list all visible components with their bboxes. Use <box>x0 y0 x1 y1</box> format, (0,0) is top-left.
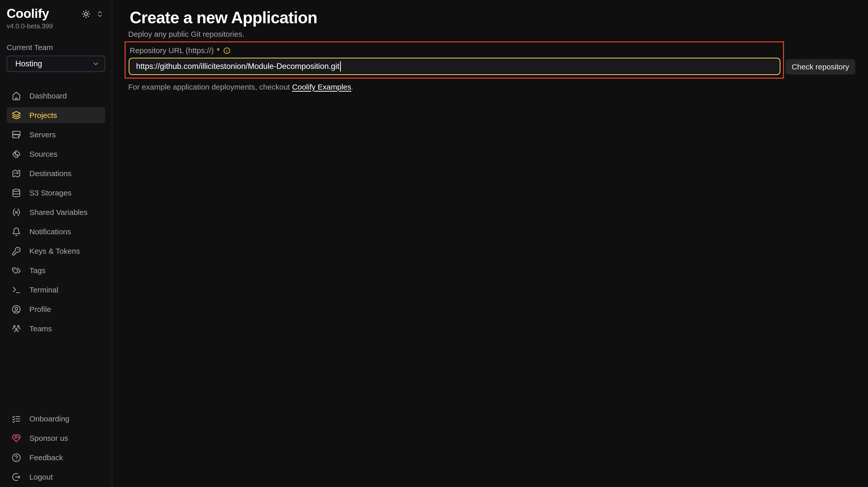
checklist-icon <box>12 414 21 423</box>
sidebar-item-tags[interactable]: Tags <box>7 262 105 279</box>
sidebar-item-servers[interactable]: Servers <box>7 127 105 143</box>
repository-url-label-row: Repository URL (https://) * <box>129 46 780 55</box>
sidebar-item-destinations[interactable]: Destinations <box>7 165 105 182</box>
sidebar-footer-nav: Onboarding Sponsor us Feedback Logout <box>7 411 105 485</box>
sidebar-item-s3-storages[interactable]: S3 Storages <box>7 185 105 201</box>
helper-suffix: . <box>351 83 353 91</box>
sidebar-item-sponsor-us[interactable]: Sponsor us <box>7 430 105 446</box>
sidebar-item-feedback[interactable]: Feedback <box>7 450 105 465</box>
team-select[interactable]: Hosting <box>7 56 105 72</box>
sidebar-item-label: Sponsor us <box>29 434 68 443</box>
key-icon <box>12 247 21 256</box>
bell-icon <box>12 227 21 236</box>
team-select-value: Hosting <box>15 59 42 68</box>
sidebar-item-label: S3 Storages <box>29 189 71 197</box>
repository-url-field-highlight: Repository URL (https://) * https://gith… <box>125 41 784 78</box>
repository-url-input[interactable]: https://github.com/illicitestonion/Modul… <box>129 58 780 75</box>
sidebar-item-projects[interactable]: Projects <box>7 107 105 123</box>
theme-toggle-button[interactable] <box>82 10 90 19</box>
sidebar-item-label: Notifications <box>29 227 71 236</box>
sidebar-item-label: Profile <box>29 305 51 314</box>
terminal-icon <box>12 285 21 295</box>
sidebar-item-label: Tags <box>29 266 45 275</box>
repository-form-row: Repository URL (https://) * https://gith… <box>125 41 855 78</box>
check-repository-button[interactable]: Check repository <box>785 59 855 74</box>
logo-block: Coolify v4.0.0-beta.399 <box>7 6 53 30</box>
layers-icon <box>12 111 21 120</box>
git-source-icon <box>12 150 21 159</box>
chevron-down-icon <box>92 60 99 68</box>
helper-text: For example application deployments, che… <box>128 82 855 92</box>
tags-icon <box>12 266 21 275</box>
sidebar-item-label: Projects <box>29 111 57 120</box>
sidebar-item-label: Onboarding <box>29 415 69 423</box>
sidebar-item-label: Shared Variables <box>29 208 88 217</box>
page-title: Create a new Application <box>130 9 855 27</box>
sidebar-item-teams[interactable]: Teams <box>7 321 105 337</box>
sidebar-item-label: Logout <box>29 473 53 481</box>
sidebar-item-onboarding[interactable]: Onboarding <box>7 411 105 427</box>
app-logo: Coolify <box>7 6 53 21</box>
repository-url-label: Repository URL (https://) <box>130 46 214 55</box>
database-icon <box>12 188 21 198</box>
sidebar-item-label: Keys & Tokens <box>29 247 80 256</box>
sidebar-item-keys-tokens[interactable]: Keys & Tokens <box>7 243 105 259</box>
user-circle-icon <box>12 305 21 314</box>
server-icon <box>12 130 21 139</box>
repository-url-value: https://github.com/illicitestonion/Modul… <box>136 62 339 71</box>
home-icon <box>12 91 21 101</box>
heart-handshake-icon <box>12 434 21 443</box>
sidebar-item-label: Sources <box>29 150 57 159</box>
help-circle-icon <box>12 453 21 462</box>
sidebar-item-terminal[interactable]: Terminal <box>7 282 105 298</box>
required-asterisk: * <box>217 46 220 55</box>
sidebar-item-notifications[interactable]: Notifications <box>7 224 105 240</box>
sidebar-item-label: Teams <box>29 324 52 333</box>
sidebar-nav: Dashboard Projects Servers Sources Desti… <box>7 88 105 337</box>
sidebar-item-shared-variables[interactable]: Shared Variables <box>7 204 105 220</box>
users-icon <box>12 324 21 333</box>
header-actions <box>82 10 105 19</box>
sidebar-item-dashboard[interactable]: Dashboard <box>7 88 105 104</box>
sidebar-item-profile[interactable]: Profile <box>7 301 105 317</box>
main-content: Create a new Application Deploy any publ… <box>112 0 868 487</box>
sidebar-item-label: Dashboard <box>29 92 67 100</box>
sidebar-item-label: Servers <box>29 130 56 139</box>
text-cursor <box>340 61 341 71</box>
chevrons-up-down-icon <box>96 10 104 18</box>
map-icon <box>12 169 21 178</box>
sidebar-item-sources[interactable]: Sources <box>7 146 105 162</box>
sidebar-item-logout[interactable]: Logout <box>7 469 105 485</box>
current-team-label: Current Team <box>7 43 105 52</box>
helper-prefix: For example application deployments, che… <box>128 83 290 91</box>
coolify-examples-link[interactable]: Coolify Examples <box>292 83 351 91</box>
sidebar-item-label: Destinations <box>29 169 71 178</box>
info-icon[interactable] <box>223 47 230 54</box>
sun-icon <box>82 10 90 19</box>
sidebar-item-label: Feedback <box>29 453 63 462</box>
sidebar: Coolify v4.0.0-beta.399 Current Team Hos… <box>0 0 112 487</box>
variable-icon <box>12 208 21 217</box>
logout-icon <box>12 473 21 482</box>
sidebar-collapse-button[interactable] <box>96 10 104 18</box>
sidebar-item-label: Terminal <box>29 286 58 294</box>
page-subtitle: Deploy any public Git repositories. <box>128 30 855 39</box>
sidebar-header: Coolify v4.0.0-beta.399 <box>7 6 105 30</box>
app-version: v4.0.0-beta.399 <box>7 22 53 30</box>
